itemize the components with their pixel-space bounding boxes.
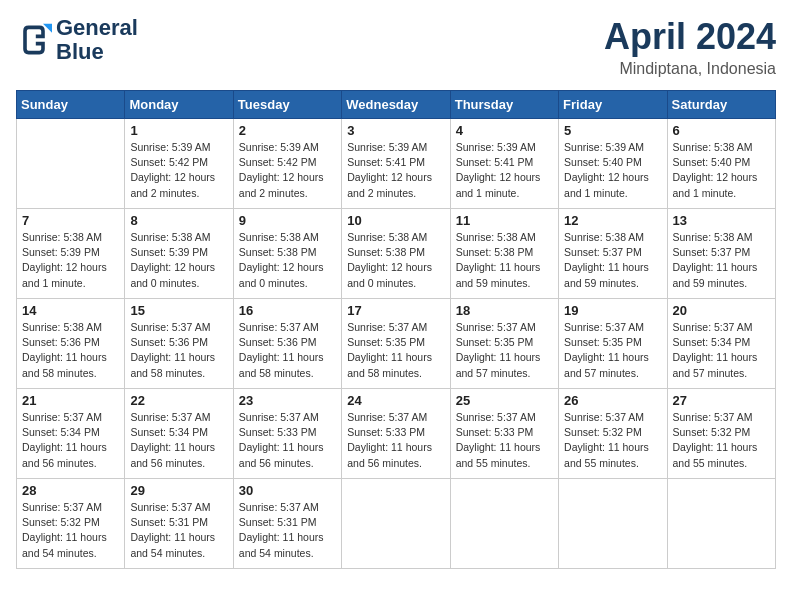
day-number: 16 [239, 303, 336, 318]
day-number: 7 [22, 213, 119, 228]
day-info: Sunrise: 5:39 AMSunset: 5:41 PMDaylight:… [456, 140, 553, 201]
day-info: Sunrise: 5:37 AMSunset: 5:31 PMDaylight:… [130, 500, 227, 561]
day-info: Sunrise: 5:39 AMSunset: 5:42 PMDaylight:… [239, 140, 336, 201]
calendar-title: April 2024 [604, 16, 776, 58]
title-area: April 2024 Mindiptana, Indonesia [604, 16, 776, 78]
day-number: 13 [673, 213, 770, 228]
day-info: Sunrise: 5:39 AMSunset: 5:40 PMDaylight:… [564, 140, 661, 201]
week-row-4: 21Sunrise: 5:37 AMSunset: 5:34 PMDayligh… [17, 389, 776, 479]
day-number: 17 [347, 303, 444, 318]
week-row-5: 28Sunrise: 5:37 AMSunset: 5:32 PMDayligh… [17, 479, 776, 569]
day-info: Sunrise: 5:38 AMSunset: 5:38 PMDaylight:… [456, 230, 553, 291]
calendar-cell: 25Sunrise: 5:37 AMSunset: 5:33 PMDayligh… [450, 389, 558, 479]
day-number: 29 [130, 483, 227, 498]
day-info: Sunrise: 5:38 AMSunset: 5:37 PMDaylight:… [673, 230, 770, 291]
calendar-cell: 12Sunrise: 5:38 AMSunset: 5:37 PMDayligh… [559, 209, 667, 299]
header-day-friday: Friday [559, 91, 667, 119]
day-info: Sunrise: 5:38 AMSunset: 5:38 PMDaylight:… [347, 230, 444, 291]
day-number: 11 [456, 213, 553, 228]
day-number: 30 [239, 483, 336, 498]
day-number: 1 [130, 123, 227, 138]
day-number: 10 [347, 213, 444, 228]
logo: General Blue [16, 16, 138, 64]
calendar-cell: 3Sunrise: 5:39 AMSunset: 5:41 PMDaylight… [342, 119, 450, 209]
day-number: 14 [22, 303, 119, 318]
calendar-cell: 22Sunrise: 5:37 AMSunset: 5:34 PMDayligh… [125, 389, 233, 479]
calendar-cell: 5Sunrise: 5:39 AMSunset: 5:40 PMDaylight… [559, 119, 667, 209]
day-number: 28 [22, 483, 119, 498]
day-info: Sunrise: 5:39 AMSunset: 5:42 PMDaylight:… [130, 140, 227, 201]
calendar-cell: 14Sunrise: 5:38 AMSunset: 5:36 PMDayligh… [17, 299, 125, 389]
calendar-cell: 2Sunrise: 5:39 AMSunset: 5:42 PMDaylight… [233, 119, 341, 209]
day-number: 21 [22, 393, 119, 408]
day-info: Sunrise: 5:37 AMSunset: 5:33 PMDaylight:… [239, 410, 336, 471]
day-info: Sunrise: 5:37 AMSunset: 5:35 PMDaylight:… [347, 320, 444, 381]
calendar-cell: 7Sunrise: 5:38 AMSunset: 5:39 PMDaylight… [17, 209, 125, 299]
day-info: Sunrise: 5:37 AMSunset: 5:32 PMDaylight:… [22, 500, 119, 561]
day-info: Sunrise: 5:37 AMSunset: 5:33 PMDaylight:… [456, 410, 553, 471]
day-number: 5 [564, 123, 661, 138]
calendar-cell: 16Sunrise: 5:37 AMSunset: 5:36 PMDayligh… [233, 299, 341, 389]
header-day-thursday: Thursday [450, 91, 558, 119]
calendar-cell [559, 479, 667, 569]
day-info: Sunrise: 5:37 AMSunset: 5:32 PMDaylight:… [564, 410, 661, 471]
calendar-cell [667, 479, 775, 569]
calendar-cell: 4Sunrise: 5:39 AMSunset: 5:41 PMDaylight… [450, 119, 558, 209]
calendar-cell: 9Sunrise: 5:38 AMSunset: 5:38 PMDaylight… [233, 209, 341, 299]
day-info: Sunrise: 5:38 AMSunset: 5:40 PMDaylight:… [673, 140, 770, 201]
header-day-saturday: Saturday [667, 91, 775, 119]
day-number: 6 [673, 123, 770, 138]
header-day-tuesday: Tuesday [233, 91, 341, 119]
day-info: Sunrise: 5:37 AMSunset: 5:36 PMDaylight:… [130, 320, 227, 381]
day-info: Sunrise: 5:37 AMSunset: 5:32 PMDaylight:… [673, 410, 770, 471]
day-number: 4 [456, 123, 553, 138]
day-info: Sunrise: 5:38 AMSunset: 5:36 PMDaylight:… [22, 320, 119, 381]
day-number: 20 [673, 303, 770, 318]
day-number: 23 [239, 393, 336, 408]
calendar-cell: 24Sunrise: 5:37 AMSunset: 5:33 PMDayligh… [342, 389, 450, 479]
week-row-1: 1Sunrise: 5:39 AMSunset: 5:42 PMDaylight… [17, 119, 776, 209]
day-number: 24 [347, 393, 444, 408]
calendar-cell: 26Sunrise: 5:37 AMSunset: 5:32 PMDayligh… [559, 389, 667, 479]
day-number: 22 [130, 393, 227, 408]
day-number: 26 [564, 393, 661, 408]
day-info: Sunrise: 5:38 AMSunset: 5:37 PMDaylight:… [564, 230, 661, 291]
calendar-body: 1Sunrise: 5:39 AMSunset: 5:42 PMDaylight… [17, 119, 776, 569]
day-number: 9 [239, 213, 336, 228]
logo-icon [16, 22, 52, 58]
calendar-cell: 23Sunrise: 5:37 AMSunset: 5:33 PMDayligh… [233, 389, 341, 479]
header-day-monday: Monday [125, 91, 233, 119]
day-info: Sunrise: 5:37 AMSunset: 5:34 PMDaylight:… [22, 410, 119, 471]
calendar-cell: 11Sunrise: 5:38 AMSunset: 5:38 PMDayligh… [450, 209, 558, 299]
week-row-3: 14Sunrise: 5:38 AMSunset: 5:36 PMDayligh… [17, 299, 776, 389]
calendar-cell: 20Sunrise: 5:37 AMSunset: 5:34 PMDayligh… [667, 299, 775, 389]
calendar-header: SundayMondayTuesdayWednesdayThursdayFrid… [17, 91, 776, 119]
calendar-cell: 27Sunrise: 5:37 AMSunset: 5:32 PMDayligh… [667, 389, 775, 479]
day-number: 18 [456, 303, 553, 318]
day-info: Sunrise: 5:38 AMSunset: 5:38 PMDaylight:… [239, 230, 336, 291]
header: General Blue April 2024 Mindiptana, Indo… [16, 16, 776, 78]
logo-text: General Blue [56, 16, 138, 64]
day-number: 27 [673, 393, 770, 408]
day-number: 3 [347, 123, 444, 138]
day-number: 8 [130, 213, 227, 228]
day-number: 19 [564, 303, 661, 318]
day-info: Sunrise: 5:37 AMSunset: 5:31 PMDaylight:… [239, 500, 336, 561]
calendar-cell: 18Sunrise: 5:37 AMSunset: 5:35 PMDayligh… [450, 299, 558, 389]
header-day-wednesday: Wednesday [342, 91, 450, 119]
calendar-table: SundayMondayTuesdayWednesdayThursdayFrid… [16, 90, 776, 569]
calendar-cell: 17Sunrise: 5:37 AMSunset: 5:35 PMDayligh… [342, 299, 450, 389]
day-info: Sunrise: 5:37 AMSunset: 5:33 PMDaylight:… [347, 410, 444, 471]
day-number: 12 [564, 213, 661, 228]
calendar-cell: 6Sunrise: 5:38 AMSunset: 5:40 PMDaylight… [667, 119, 775, 209]
calendar-cell: 1Sunrise: 5:39 AMSunset: 5:42 PMDaylight… [125, 119, 233, 209]
calendar-cell: 19Sunrise: 5:37 AMSunset: 5:35 PMDayligh… [559, 299, 667, 389]
day-info: Sunrise: 5:39 AMSunset: 5:41 PMDaylight:… [347, 140, 444, 201]
day-number: 15 [130, 303, 227, 318]
day-info: Sunrise: 5:37 AMSunset: 5:35 PMDaylight:… [564, 320, 661, 381]
calendar-cell: 21Sunrise: 5:37 AMSunset: 5:34 PMDayligh… [17, 389, 125, 479]
calendar-cell: 28Sunrise: 5:37 AMSunset: 5:32 PMDayligh… [17, 479, 125, 569]
calendar-cell [17, 119, 125, 209]
calendar-cell [450, 479, 558, 569]
day-info: Sunrise: 5:38 AMSunset: 5:39 PMDaylight:… [130, 230, 227, 291]
